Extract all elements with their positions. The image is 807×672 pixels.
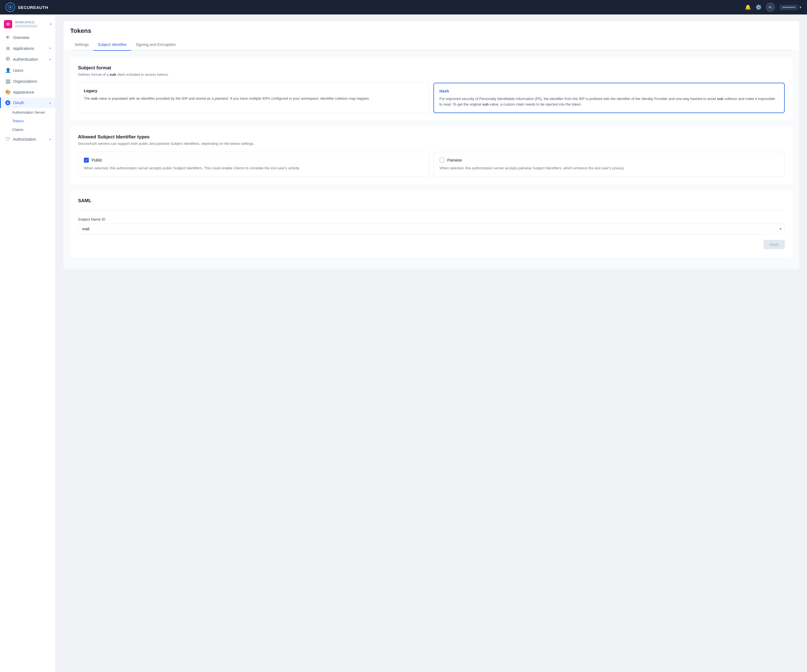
saml-section: Subject Name ID mail email sub upn sAMAc… — [78, 217, 785, 234]
saml-divider — [78, 210, 785, 211]
logo-text: SECUREAUTH — [18, 5, 48, 10]
page-title: Tokens — [70, 27, 792, 35]
subject-format-card: Subject format Defines format of a sub c… — [70, 57, 792, 121]
user-avatar[interactable]: RL — [766, 3, 775, 12]
tab-signing-encryption[interactable]: Signing and Encryption — [131, 39, 180, 51]
svg-point-2 — [7, 58, 8, 59]
main-content: Tokens Settings Subject Identifier Signi… — [56, 15, 807, 672]
sidebar-item-oauth[interactable]: A OAuth ▴ — [0, 98, 55, 108]
sidebar: W WORKSPACE ▾ 👁 Overview ⊞ Applications … — [0, 15, 56, 672]
format-card-hash[interactable]: Hash For improved security of Personally… — [433, 83, 785, 113]
users-icon: 👤 — [5, 68, 10, 73]
public-header: ✓ Public — [84, 158, 423, 163]
tabs-bar: Settings Subject Identifier Signing and … — [70, 39, 792, 51]
authentication-icon — [5, 56, 10, 62]
user-menu[interactable]: •••••••••• ▾ — [779, 5, 802, 10]
workspace-avatar: W — [4, 20, 12, 28]
save-button[interactable]: Save — [764, 240, 785, 249]
oauth-sub-nav: Authorization Server Tokens Claims — [0, 108, 55, 134]
workspace-selector[interactable]: W WORKSPACE ▾ — [0, 17, 55, 32]
authorization-icon: 🛡 — [5, 137, 10, 142]
allowed-identifiers-card: Allowed Subject Identifier types SecureA… — [70, 126, 792, 185]
logo-icon — [5, 3, 15, 12]
user-name-display: •••••••••• — [779, 5, 798, 10]
subject-name-id-wrapper: mail email sub upn sAMAccountName ▾ — [78, 224, 785, 234]
organizations-icon: 🏢 — [5, 78, 10, 84]
logo-area: SECUREAUTH — [5, 3, 48, 12]
workspace-info: WORKSPACE — [15, 21, 47, 28]
format-cards: Legacy The sub value is populated with a… — [78, 83, 785, 113]
sidebar-item-overview[interactable]: 👁 Overview — [0, 32, 55, 43]
saml-title: SAML — [78, 198, 785, 204]
main-nav: 👁 Overview ⊞ Applications ▾ Authenticati… — [0, 32, 55, 144]
notification-icon[interactable]: 🔔 — [745, 4, 751, 10]
top-navigation: SECUREAUTH 🔔 ⚙️ RL •••••••••• ▾ — [0, 0, 807, 15]
pairwise-checkbox[interactable] — [440, 158, 445, 163]
sidebar-item-appearance[interactable]: 🎨 Appearance — [0, 86, 55, 98]
oauth-arrow: ▴ — [49, 101, 51, 105]
saml-card: SAML Subject Name ID mail email sub upn … — [70, 190, 792, 257]
save-row: Save — [78, 240, 785, 249]
subnav-authorization-server[interactable]: Authorization Server — [0, 108, 55, 117]
identifier-card-pairwise: Pairwise When selected, this authorizati… — [434, 152, 785, 177]
page-header: Tokens Settings Subject Identifier Signi… — [63, 21, 799, 51]
public-checkbox[interactable]: ✓ — [84, 158, 89, 163]
subject-name-id-select[interactable]: mail email sub upn sAMAccountName — [78, 224, 785, 234]
hash-title: Hash — [440, 89, 779, 93]
allowed-identifiers-title: Allowed Subject Identifier types — [78, 134, 785, 140]
subject-name-id-label: Subject Name ID — [78, 217, 785, 221]
user-menu-chevron: ▾ — [799, 5, 802, 10]
hash-desc: For improved security of Personally Iden… — [440, 96, 779, 107]
subject-format-title: Subject format — [78, 65, 785, 71]
tab-settings[interactable]: Settings — [70, 39, 93, 51]
pairwise-desc: When selected, this authorization server… — [440, 166, 779, 171]
legacy-title: Legacy — [84, 88, 423, 93]
public-desc: When selected, this authorization server… — [84, 166, 423, 171]
topnav-actions: 🔔 ⚙️ RL •••••••••• ▾ — [745, 3, 802, 12]
format-card-legacy[interactable]: Legacy The sub value is populated with a… — [78, 83, 429, 113]
sidebar-item-applications[interactable]: ⊞ Applications ▾ — [0, 43, 55, 54]
pairwise-header: Pairwise — [440, 158, 779, 163]
app-layout: W WORKSPACE ▾ 👁 Overview ⊞ Applications … — [0, 15, 807, 672]
tab-content: Subject format Defines format of a sub c… — [63, 51, 799, 269]
subnav-claims[interactable]: Claims — [0, 125, 55, 134]
applications-icon: ⊞ — [5, 46, 10, 51]
identifier-cards: ✓ Public When selected, this authorizati… — [78, 152, 785, 177]
authentication-arrow: ▾ — [49, 58, 51, 61]
settings-icon[interactable]: ⚙️ — [756, 4, 762, 10]
pairwise-label: Pairwise — [447, 158, 462, 163]
oauth-icon: A — [5, 100, 10, 105]
applications-arrow: ▾ — [49, 46, 51, 50]
workspace-label: WORKSPACE — [15, 21, 47, 24]
overview-icon: 👁 — [5, 35, 10, 40]
appearance-icon: 🎨 — [5, 90, 10, 95]
sidebar-item-users[interactable]: 👤 Users — [0, 65, 55, 76]
content-wrapper: Tokens Settings Subject Identifier Signi… — [63, 21, 799, 269]
svg-point-1 — [6, 57, 10, 60]
subject-format-desc: Defines format of a sub claim included i… — [78, 72, 785, 76]
legacy-desc: The sub value is populated with an ident… — [84, 96, 423, 101]
authorization-arrow: ▾ — [49, 138, 51, 141]
workspace-name-placeholder — [15, 25, 37, 28]
tab-subject-identifier[interactable]: Subject Identifier — [93, 39, 131, 51]
sidebar-item-organizations[interactable]: 🏢 Organizations — [0, 76, 55, 86]
public-label: Public — [91, 158, 102, 163]
sidebar-item-authorization[interactable]: 🛡 Authorization ▾ — [0, 134, 55, 144]
identifier-card-public: ✓ Public When selected, this authorizati… — [78, 152, 429, 177]
workspace-chevron: ▾ — [50, 22, 51, 26]
sidebar-item-authentication[interactable]: Authentication ▾ — [0, 54, 55, 65]
allowed-identifiers-desc: SecureAuth servers can support both publ… — [78, 141, 785, 146]
subnav-tokens[interactable]: Tokens — [0, 117, 55, 125]
